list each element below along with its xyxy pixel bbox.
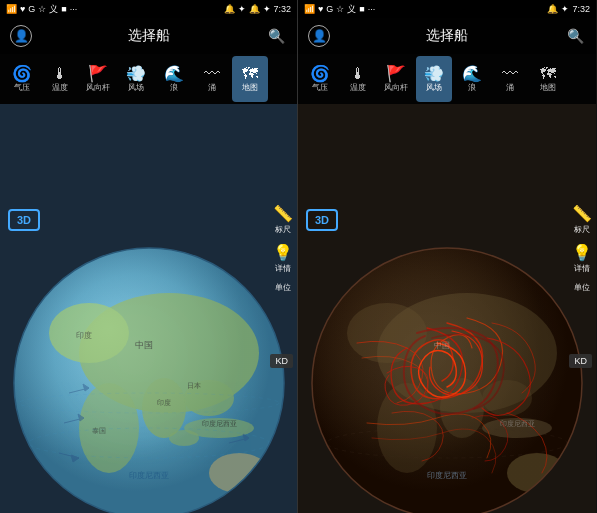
search-icon-right[interactable]: 🔍 [567, 28, 584, 44]
swell-icon: 〰 [204, 66, 220, 82]
bluetooth-icon-r: ✦ [561, 4, 569, 14]
windbar-icon-r: 🚩 [386, 66, 406, 82]
kd-badge-right: KD [569, 354, 592, 368]
unit-label-right: 单位 [574, 282, 590, 293]
top-bar-left: 👤 选择船 🔍 [0, 18, 297, 54]
ruler-icon-left: 📏 [273, 204, 293, 223]
tool-windbar-left[interactable]: 🚩 风向杆 [80, 56, 116, 102]
star-icon-r: ☆ [336, 4, 344, 14]
temp-label-r: 温度 [350, 84, 366, 92]
wave-label-r: 浪 [468, 84, 476, 92]
time-left: 🔔 ✦ 7:32 [249, 4, 291, 14]
status-right-icons: 🔔 ✦ 🔔 ✦ 7:32 [224, 4, 291, 14]
globe-left[interactable]: 3D 📏 标尺 💡 详情 单位 KD [0, 104, 297, 513]
detail-label-left: 详情 [275, 263, 291, 274]
star-icon: ☆ [38, 4, 46, 14]
ruler-btn-left[interactable]: 📏 标尺 [273, 204, 293, 235]
windfield-icon: 💨 [126, 66, 146, 82]
tool-temp-right[interactable]: 🌡 温度 [340, 56, 376, 102]
notification-icon: 义 [49, 3, 58, 16]
tool-swell-left[interactable]: 〰 涌 [194, 56, 230, 102]
avatar-left[interactable]: 👤 [10, 25, 32, 47]
ruler-label-right: 标尺 [574, 224, 590, 235]
tool-windfield-left[interactable]: 💨 风场 [118, 56, 154, 102]
left-panel: 📶 ♥ G ☆ 义 ■ ··· 🔔 ✦ 🔔 ✦ 7:32 👤 选择船 🔍 🌀 气… [0, 0, 298, 513]
page-title-right: 选择船 [426, 27, 468, 45]
tool-temp-left[interactable]: 🌡 温度 [42, 56, 78, 102]
wave-label: 浪 [170, 84, 178, 92]
battery-icon-r: ■ [359, 4, 364, 14]
pressure-label-r: 气压 [312, 84, 328, 92]
map-label: 地图 [242, 84, 258, 92]
ruler-btn-right[interactable]: 📏 标尺 [572, 204, 592, 235]
windbar-label-r: 风向杆 [384, 84, 408, 92]
page-title-left: 选择船 [128, 27, 170, 45]
detail-btn-left[interactable]: 💡 详情 [273, 243, 293, 274]
tool-windfield-right[interactable]: 💨 风场 [416, 56, 452, 102]
status-right-left-icons: 📶 ♥ G ☆ 义 ■ ··· [304, 3, 375, 16]
windbar-icon: 🚩 [88, 66, 108, 82]
tool-wave-left[interactable]: 🌊 浪 [156, 56, 192, 102]
swell-label: 涌 [208, 84, 216, 92]
windfield-label: 风场 [128, 84, 144, 92]
pressure-label: 气压 [14, 84, 30, 92]
avatar-right[interactable]: 👤 [308, 25, 330, 47]
globe-svg-left[interactable]: 中国 印度 印度 日本 泰国 印度尼西亚 印度尼西亚 [9, 243, 289, 513]
pressure-icon: 🌀 [12, 66, 32, 82]
bluetooth-icon: ✦ [238, 4, 246, 14]
status-left-icons: 📶 ♥ G ☆ 义 ■ ··· [6, 3, 77, 16]
alarm-icon-r: 🔔 [547, 4, 558, 14]
windfield-icon-r: 💨 [424, 66, 444, 82]
windbar-label: 风向杆 [86, 84, 110, 92]
top-bar-right: 👤 选择船 🔍 [298, 18, 596, 54]
network-icon: G [28, 4, 35, 14]
ruler-label-left: 标尺 [275, 224, 291, 235]
detail-label-right: 详情 [574, 263, 590, 274]
detail-icon-left: 💡 [273, 243, 293, 262]
tool-map-left[interactable]: 🗺 地图 [232, 56, 268, 102]
unit-btn-right[interactable]: 单位 [572, 282, 592, 293]
network-icon-r: G [326, 4, 333, 14]
right-panel: 📶 ♥ G ☆ 义 ■ ··· 🔔 ✦ 7:32 👤 选择船 🔍 🌀 气压 🌡 … [298, 0, 596, 513]
svg-point-27 [14, 248, 284, 513]
wave-icon-r: 🌊 [462, 66, 482, 82]
svg-point-42 [312, 248, 582, 513]
toolbar-right: 🌀 气压 🌡 温度 🚩 风向杆 💨 风场 🌊 浪 〰 涌 🗺 地图 [298, 54, 596, 104]
btn-3d-left[interactable]: 3D [8, 209, 40, 231]
side-controls-left: 📏 标尺 💡 详情 单位 [273, 204, 293, 293]
tool-wave-right[interactable]: 🌊 浪 [454, 56, 490, 102]
signal-icon-r: 📶 [304, 4, 315, 14]
map-icon-r: 🗺 [540, 66, 556, 82]
windfield-label-r: 风场 [426, 84, 442, 92]
tool-pressure-right[interactable]: 🌀 气压 [302, 56, 338, 102]
status-bar-left: 📶 ♥ G ☆ 义 ■ ··· 🔔 ✦ 🔔 ✦ 7:32 [0, 0, 297, 18]
detail-btn-right[interactable]: 💡 详情 [572, 243, 592, 274]
notif-icon-r: 义 [347, 3, 356, 16]
side-controls-right: 📏 标尺 💡 详情 单位 [572, 204, 592, 293]
tool-swell-right[interactable]: 〰 涌 [492, 56, 528, 102]
kd-badge-left: KD [270, 354, 293, 368]
time-right: 7:32 [572, 4, 590, 14]
status-right-right-icons: 🔔 ✦ 7:32 [547, 4, 590, 14]
tool-map-right[interactable]: 🗺 地图 [530, 56, 566, 102]
detail-icon-right: 💡 [572, 243, 592, 262]
tool-windbar-right[interactable]: 🚩 风向杆 [378, 56, 414, 102]
temp-label: 温度 [52, 84, 68, 92]
alarm-icon: 🔔 [224, 4, 235, 14]
status-bar-right: 📶 ♥ G ☆ 义 ■ ··· 🔔 ✦ 7:32 [298, 0, 596, 18]
map-label-r: 地图 [540, 84, 556, 92]
map-icon: 🗺 [242, 66, 258, 82]
globe-right[interactable]: 3D 📏 标尺 💡 详情 单位 KD [298, 104, 596, 513]
tool-pressure-left[interactable]: 🌀 气压 [4, 56, 40, 102]
unit-btn-left[interactable]: 单位 [273, 282, 293, 293]
globe-svg-right[interactable]: 中国 印度尼西亚 印度尼西亚 [307, 243, 587, 513]
swell-icon-r: 〰 [502, 66, 518, 82]
toolbar-left: 🌀 气压 🌡 温度 🚩 风向杆 💨 风场 🌊 浪 〰 涌 🗺 地图 [0, 54, 297, 104]
gps-icon-r: ♥ [318, 4, 323, 14]
search-icon-left[interactable]: 🔍 [268, 28, 285, 44]
unit-label-left: 单位 [275, 282, 291, 293]
temp-icon: 🌡 [52, 66, 68, 82]
btn-3d-right[interactable]: 3D [306, 209, 338, 231]
battery-icon: ■ [61, 4, 66, 14]
signal-icon: 📶 [6, 4, 17, 14]
